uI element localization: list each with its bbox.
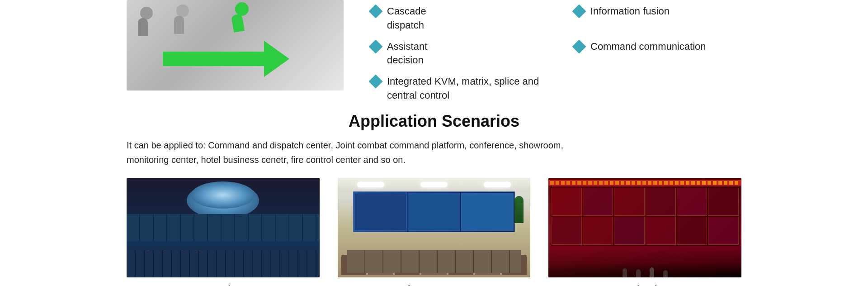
diamond-icon-cascade	[368, 4, 382, 18]
command-center-card: Command Center Real-time display of dyna…	[127, 178, 320, 286]
hero-image	[127, 0, 344, 91]
monitoring-center-title: Large Monitoring Center	[582, 284, 708, 286]
feature-decision-label: Assistantdecision	[387, 40, 427, 68]
cards-row: Command Center Real-time display of dyna…	[0, 178, 868, 286]
cmd-center-img	[127, 178, 320, 277]
feature-fusion-label: Information fusion	[590, 5, 670, 19]
feature-kvm-label: Integrated KVM, matrix, splice andcentra…	[387, 75, 539, 103]
conference-center-title: Conference Center	[386, 284, 483, 286]
app-scenarios-section: Application Scenarios It can be applied …	[0, 112, 868, 286]
feature-integrated-kvm: Integrated KVM, matrix, splice andcentra…	[371, 75, 741, 103]
conf-center-img	[338, 178, 531, 277]
feature-cascade-dispatch: Cascadedispatch	[371, 5, 538, 33]
conference-center-image	[338, 178, 531, 277]
top-section: Cascadedispatch Information fusion Assis…	[0, 0, 868, 103]
feature-assistant-decision: Assistantdecision	[371, 40, 538, 68]
diamond-icon-decision	[368, 39, 382, 53]
diamond-icon-command	[572, 39, 586, 53]
diamond-icon-kvm	[368, 75, 382, 89]
desc-line1: It can be applied to: Command and dispat…	[127, 140, 563, 150]
feature-cascade-label: Cascadedispatch	[387, 5, 426, 33]
command-center-title: Command Center	[178, 284, 268, 286]
monitoring-center-image	[548, 178, 741, 277]
diamond-icon-fusion	[572, 4, 586, 18]
feature-info-fusion: Information fusion	[574, 5, 741, 19]
conference-center-card: Conference Center Conference communicati…	[338, 178, 531, 286]
desc-line2: monitoring center, hotel business cenetr…	[127, 155, 406, 165]
feature-command-comm: Command communication	[574, 40, 741, 54]
monitor-center-img	[548, 178, 741, 277]
arrow-shape	[163, 41, 289, 77]
monitoring-center-card: Large Monitoring Center IP camera can di…	[548, 178, 741, 286]
features-grid: Cascadedispatch Information fusion Assis…	[371, 0, 741, 103]
section-title: Application Scenarios	[0, 112, 868, 131]
command-center-image	[127, 178, 320, 277]
page-wrapper: Cascadedispatch Information fusion Assis…	[0, 0, 868, 286]
section-description: It can be applied to: Command and dispat…	[0, 138, 868, 167]
feature-command-label: Command communication	[590, 40, 706, 54]
